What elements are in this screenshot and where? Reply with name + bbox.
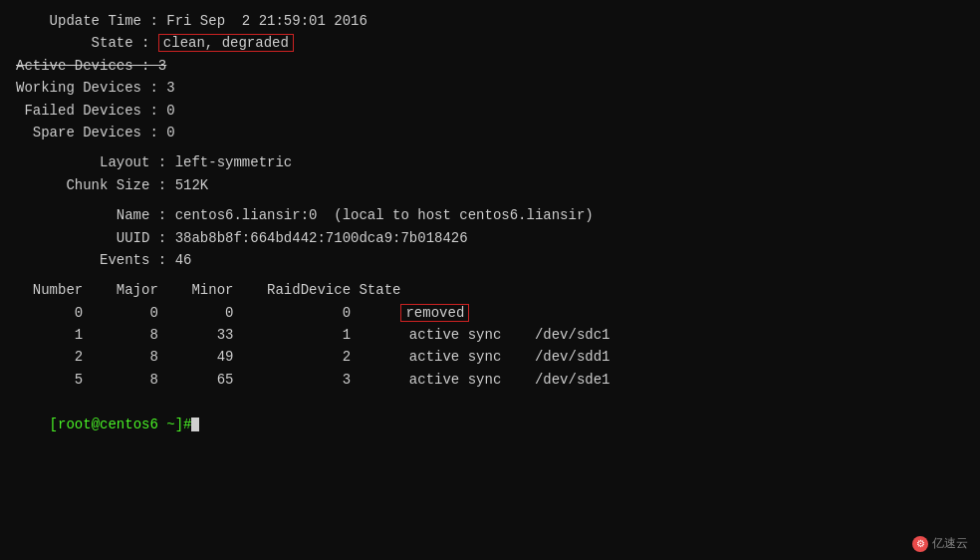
terminal-window: Update Time : Fri Sep 2 21:59:01 2016 St… [0,0,980,560]
state-value-box: clean, degraded [158,34,294,52]
prompt-user: root [58,417,92,432]
spare-devices-line: Spare Devices : 0 [16,122,964,143]
removed-box: removed [400,304,469,322]
update-time-line: Update Time : Fri Sep 2 21:59:01 2016 [16,10,964,32]
table-row-1: 1 8 33 1 active sync /dev/sdc1 [16,324,964,346]
row5-text: 5 8 65 3 active sync /dev/sde1 [16,372,611,388]
watermark-icon: ⚙ [912,536,928,552]
update-time-text: Update Time : Fri Sep 2 21:59:01 2016 [16,13,368,29]
active-devices-text: Active Devices : 3 [16,58,166,74]
watermark: ⚙ 亿速云 [912,535,968,552]
working-devices-text: Working Devices : 3 [16,80,175,96]
prompt-line: [root@centos6 ~]# [16,391,964,457]
row2-text: 2 8 49 2 active sync /dev/sdd1 [16,349,611,365]
prompt-host: centos6 [100,417,158,432]
state-label: State : [16,35,158,51]
working-devices-line: Working Devices : 3 [16,77,964,99]
table-row-0: 0 0 0 0 removed [16,302,964,324]
table-header-text: Number Major Minor RaidDevice State [16,282,400,298]
prompt-path: ~ [158,417,175,432]
layout-text: Layout : left-symmetric [16,154,292,170]
prompt-close: ]# [175,417,192,432]
table-header-line: Number Major Minor RaidDevice State [16,279,964,301]
failed-devices-text: Failed Devices : 0 [16,103,175,119]
spare-devices-text: Spare Devices : 0 [16,125,175,140]
prompt-open-bracket: [ [50,417,58,432]
layout-line: Layout : left-symmetric [16,151,964,173]
state-value-text: clean, degraded [163,35,289,51]
uuid-line: UUID : 38ab8b8f:664bd442:7100dca9:7b0184… [16,227,964,249]
chunk-size-line: Chunk Size : 512K [16,174,964,196]
row0-state: removed [405,305,464,321]
failed-devices-line: Failed Devices : 0 [16,100,964,122]
watermark-text: 亿速云 [932,535,968,552]
table-row-2: 2 8 49 2 active sync /dev/sdd1 [16,346,964,368]
row1-text: 1 8 33 1 active sync /dev/sdc1 [16,327,611,343]
prompt-at: @ [92,417,100,432]
cursor-block [191,418,199,431]
uuid-text: UUID : 38ab8b8f:664bd442:7100dca9:7b0184… [16,230,468,246]
active-devices-line: Active Devices : 3 [16,55,964,77]
name-text: Name : centos6.liansir:0 (local to host … [16,207,594,223]
name-line: Name : centos6.liansir:0 (local to host … [16,204,964,226]
events-line: Events : 46 [16,249,964,271]
row0-prefix: 0 0 0 0 [16,305,400,321]
table-row-5: 5 8 65 3 active sync /dev/sde1 [16,369,964,391]
events-text: Events : 46 [16,252,191,268]
state-line: State : clean, degraded [16,32,964,54]
chunk-size-text: Chunk Size : 512K [16,177,208,193]
